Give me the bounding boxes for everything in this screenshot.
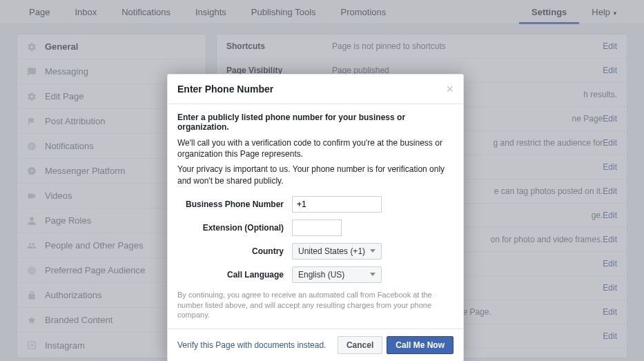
modal-disclaimer: By continuing, you agree to receive an a… <box>177 290 453 321</box>
modal-header: Enter Phone Number × <box>168 75 463 104</box>
modal-body: Enter a publicly listed phone number for… <box>168 104 463 329</box>
modal-paragraph-2: Your privacy is important to us. Your ph… <box>177 164 453 186</box>
modal-title: Enter Phone Number <box>177 84 446 95</box>
call-me-now-button[interactable]: Call Me Now <box>387 336 453 354</box>
label-business-phone: Business Phone Number <box>177 199 292 209</box>
modal-footer: Verify this Page with documents instead.… <box>168 329 463 361</box>
extension-input[interactable] <box>292 219 342 236</box>
label-country: Country <box>177 246 292 256</box>
modal-heading: Enter a publicly listed phone number for… <box>177 113 453 132</box>
country-select[interactable]: United States (+1) <box>292 243 382 260</box>
country-select-value: United States (+1) <box>298 246 365 256</box>
close-icon[interactable]: × <box>446 83 453 95</box>
label-extension: Extension (Optional) <box>177 223 292 233</box>
modal-paragraph-1: We'll call you with a verification code … <box>177 137 453 159</box>
phone-verification-modal: Enter Phone Number × Enter a publicly li… <box>167 74 464 361</box>
cancel-button[interactable]: Cancel <box>338 336 382 354</box>
modal-form: Business Phone Number Extension (Optiona… <box>177 196 453 283</box>
chevron-down-icon <box>370 249 375 253</box>
business-phone-input[interactable] <box>292 196 382 213</box>
label-call-language: Call Language <box>177 270 292 280</box>
call-language-select[interactable]: English (US) <box>292 266 382 283</box>
call-language-select-value: English (US) <box>298 270 344 280</box>
verify-with-documents-link[interactable]: Verify this Page with documents instead. <box>177 340 333 350</box>
chevron-down-icon <box>370 273 375 276</box>
